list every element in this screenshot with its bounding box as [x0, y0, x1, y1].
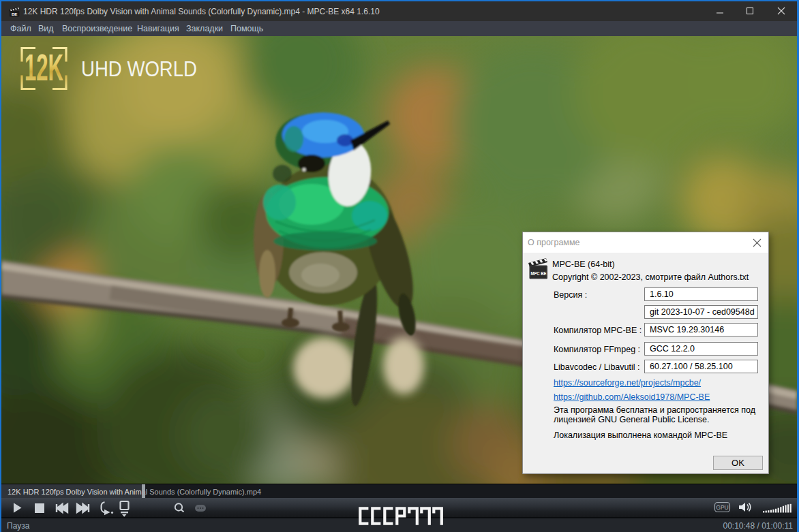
svg-text:GPU: GPU	[716, 504, 728, 511]
svg-text:UHD WORLD: UHD WORLD	[81, 57, 197, 81]
svg-text:BE: BE	[12, 12, 18, 16]
svg-text:MPC BE: MPC BE	[531, 270, 547, 277]
svg-text:12K: 12K	[25, 46, 63, 89]
